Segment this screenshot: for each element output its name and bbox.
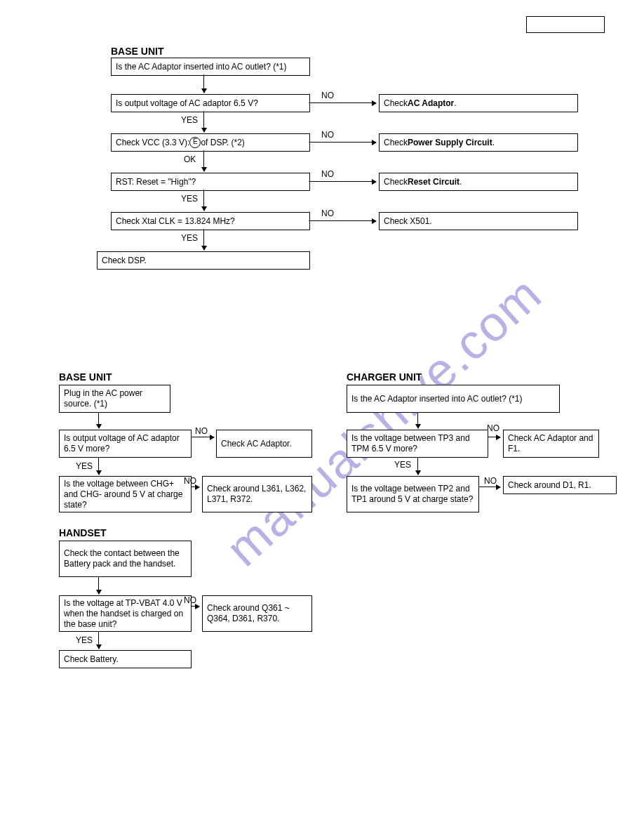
s2-n1: Plug in the AC power source. (*1)	[59, 385, 170, 413]
s1-a4h	[309, 181, 376, 182]
s1-a2v	[203, 111, 204, 132]
s1-n2: Is output voltage of AC adaptor 6.5 V?	[111, 94, 310, 112]
s1-no3: NO	[321, 169, 334, 179]
s2-yes1: YES	[76, 461, 93, 471]
s1-n2no-pre: Check	[384, 98, 408, 109]
s2-a2h	[191, 437, 214, 437]
s4-n3-text: Is the voltage between TP2 and TP1 aroun…	[351, 484, 474, 505]
s4-n1: Is the AC Adaptor inserted into AC outle…	[347, 385, 560, 413]
circle-e-icon: E	[189, 137, 201, 148]
s2-n2no-text: Check AC Adaptor.	[221, 439, 292, 449]
s4-n1-text: Is the AC Adaptor inserted into AC outle…	[351, 394, 522, 404]
s1-n4no: Check Reset Circuit.	[379, 173, 578, 191]
s1-a2h	[309, 102, 376, 103]
top-right-box	[526, 16, 605, 33]
s1-a4v	[203, 190, 204, 211]
s1-a3v	[203, 150, 204, 171]
s1-yes1: YES	[181, 115, 198, 125]
s4-no2: NO	[484, 476, 497, 486]
s4-yes1: YES	[394, 460, 411, 470]
s3-a2h	[191, 606, 199, 607]
s1-n1: Is the AC Adaptor inserted into AC outle…	[111, 58, 310, 76]
s3-yes1: YES	[76, 635, 93, 645]
s4-no1: NO	[487, 423, 499, 433]
s1-yes3: YES	[181, 233, 198, 243]
s3-n2-text: Is the voltage at TP-VBAT 4.0 V when the…	[64, 598, 187, 630]
s1-n3no: Check Power Supply Circuit.	[379, 133, 578, 152]
s1-n4-text: RST: Reset = "High"?	[116, 177, 196, 187]
s2-no2: NO	[184, 476, 196, 486]
s2-n2-text: Is output voltage of AC adaptor 6.5 V mo…	[64, 433, 187, 454]
s1-n4: RST: Reset = "High"?	[111, 173, 310, 191]
s1-n2no-post: .	[454, 98, 456, 109]
s1-n2no: Check AC Adaptor.	[379, 94, 578, 112]
watermark: manualshive.com	[215, 265, 553, 577]
s1-a5v	[203, 229, 204, 250]
s1-n4no-pre: Check	[384, 177, 408, 187]
s2-n2no: Check AC Adaptor.	[216, 430, 312, 458]
s4-n3no: Check around D1, R1.	[503, 476, 617, 494]
s1-a5h	[309, 220, 376, 221]
s1-n4no-post: .	[459, 177, 462, 187]
s2-n3no: Check around L361, L362, L371, R372.	[202, 476, 312, 512]
s4-n2: Is the voltage between TP3 and TPM 6.5 V…	[347, 430, 488, 458]
s1-n3-post: of DSP. (*2)	[201, 138, 244, 148]
s1-no4: NO	[321, 208, 334, 218]
s3-n1: Check the contact between the Battery pa…	[59, 541, 192, 577]
s4-n3: Is the voltage between TP2 and TP1 aroun…	[347, 476, 479, 512]
s2-a1	[98, 413, 99, 428]
s2-no1: NO	[195, 426, 208, 436]
s4-a1	[417, 413, 418, 428]
s1-n3no-post: .	[492, 138, 495, 148]
s1-n5-text: Check Xtal CLK = 13.824 MHz?	[116, 216, 235, 227]
s3-no1: NO	[184, 595, 196, 605]
s3-n2no-text: Check around Q361 ~ Q364, D361, R370.	[207, 603, 307, 624]
section4-title: CHARGER UNIT	[347, 371, 422, 383]
s3-n2no: Check around Q361 ~ Q364, D361, R370.	[202, 595, 312, 632]
s2-n3no-text: Check around L361, L362, L371, R372.	[207, 484, 307, 505]
s2-n3-text: Is the voltage between CHG+ and CHG- aro…	[64, 479, 187, 510]
s1-n1-text: Is the AC Adaptor inserted into AC outle…	[116, 62, 286, 72]
s4-a3h	[478, 486, 500, 487]
s1-n2-text: Is output voltage of AC adaptor 6.5 V?	[116, 98, 258, 109]
s1-n3-pre: Check VCC (3.3 V):	[116, 138, 189, 148]
s1-yes2: YES	[181, 194, 198, 204]
s4-n2no-text: Check AC Adaptor and F1.	[508, 433, 594, 454]
s4-n2-text: Is the voltage between TP3 and TPM 6.5 V…	[351, 433, 483, 454]
s3-n2: Is the voltage at TP-VBAT 4.0 V when the…	[59, 595, 192, 632]
section1-title: BASE UNIT	[111, 46, 163, 57]
s1-a3h	[309, 142, 376, 143]
s3-n3: Check Battery.	[59, 650, 192, 668]
s1-no2: NO	[321, 130, 334, 140]
s1-n3no-b: Power Supply Circuit	[408, 138, 492, 148]
s3-a2v	[98, 632, 99, 649]
s1-n6: Check DSP.	[97, 251, 310, 270]
s1-n5: Check Xtal CLK = 13.824 MHz?	[111, 212, 310, 230]
s2-n2: Is output voltage of AC adaptor 6.5 V mo…	[59, 430, 192, 458]
section2-title: BASE UNIT	[59, 371, 112, 383]
s3-n1-text: Check the contact between the Battery pa…	[64, 548, 187, 569]
page: manualshive.com BASE UNIT Is the AC Adap…	[0, 0, 644, 834]
s3-n3-text: Check Battery.	[64, 654, 119, 665]
s1-n3no-pre: Check	[384, 138, 408, 148]
s1-no1: NO	[321, 91, 334, 100]
s1-n6-text: Check DSP.	[102, 256, 147, 266]
s1-n5no: Check X501.	[379, 212, 578, 230]
section3-title: HANDSET	[59, 527, 107, 538]
s2-n3: Is the voltage between CHG+ and CHG- aro…	[59, 476, 192, 512]
s4-n2no: Check AC Adaptor and F1.	[503, 430, 599, 458]
s1-n4no-b: Reset Circuit	[408, 177, 459, 187]
s1-n5no-text: Check X501.	[384, 216, 432, 227]
s1-ok: OK	[184, 154, 196, 164]
s1-n3: Check VCC (3.3 V): E of DSP. (*2)	[111, 133, 310, 152]
s1-n2no-b: AC Adaptor	[408, 98, 454, 109]
s4-a2h	[488, 437, 500, 437]
s2-n1-text: Plug in the AC power source. (*1)	[64, 388, 166, 409]
s4-n3no-text: Check around D1, R1.	[508, 480, 591, 491]
s2-a3h	[191, 486, 199, 487]
s4-a2v	[417, 458, 418, 475]
s3-a1	[98, 577, 99, 594]
s2-a2v	[98, 458, 99, 475]
s1-a1	[203, 74, 204, 93]
